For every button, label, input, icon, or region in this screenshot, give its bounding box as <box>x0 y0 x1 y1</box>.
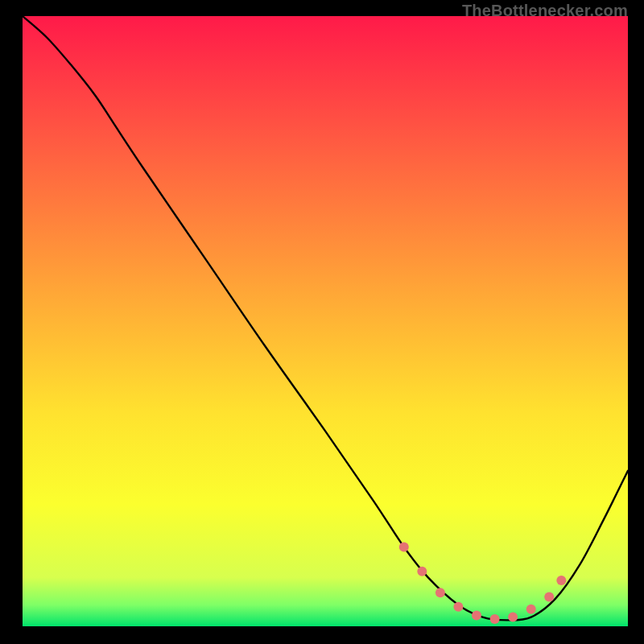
marker-dot <box>453 602 463 612</box>
marker-dot <box>526 605 536 614</box>
marker-dot <box>417 567 427 576</box>
marker-dot <box>544 592 554 602</box>
marker-dot <box>556 576 566 585</box>
marker-dot <box>436 588 445 597</box>
marker-dot <box>508 613 518 622</box>
marker-dot <box>472 610 481 620</box>
marker-dot <box>399 543 409 552</box>
chart-background-gradient <box>23 16 628 626</box>
bottleneck-chart <box>23 16 628 626</box>
chart-frame <box>23 16 628 626</box>
marker-dot <box>490 614 500 624</box>
